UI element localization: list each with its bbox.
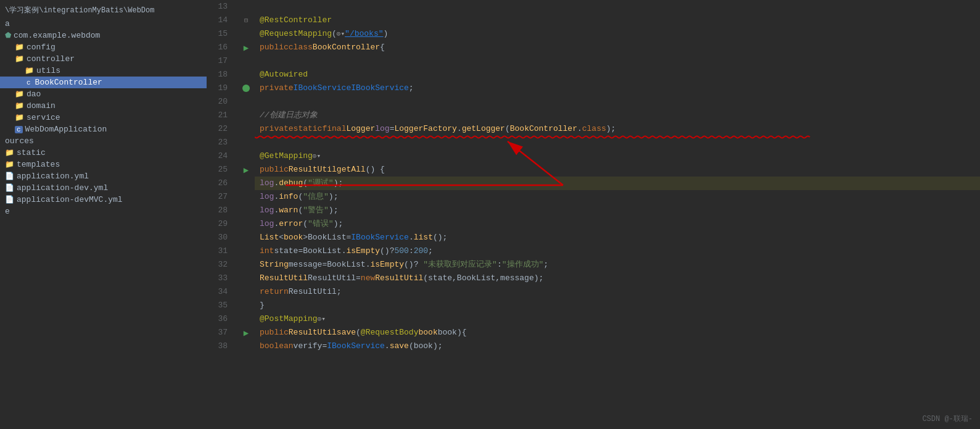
sidebar-item-templates[interactable]: 📁templates: [0, 159, 207, 170]
line-number-16: 16: [207, 41, 233, 54]
code-content[interactable]: @RestController@RequestMapping(⊙▾"/books…: [255, 0, 980, 429]
sidebar-item-BookController[interactable]: cBookController: [0, 77, 207, 88]
sidebar-label: application.yml: [17, 172, 89, 181]
class-icon: c: [25, 79, 33, 86]
gutter-line-24: [237, 149, 255, 163]
watermark: CSDN @-联瑞-: [922, 414, 973, 424]
sidebar-label: config: [27, 43, 56, 52]
line-number-20: 20: [207, 95, 233, 109]
sidebar-item-com[interactable]: ⬟com.example.webdom: [0, 30, 207, 41]
gutter-line-38: [237, 339, 255, 353]
sidebar-item-static[interactable]: 📁static: [0, 147, 207, 159]
line-number-29: 29: [207, 217, 233, 231]
line-number-33: 33: [207, 272, 233, 285]
sidebar-item-e[interactable]: e: [0, 206, 207, 217]
gutter-line-25: ▶: [237, 163, 255, 177]
run-icon[interactable]: ▶: [244, 328, 249, 338]
folder-icon: 📁: [15, 90, 24, 99]
sidebar-label: ources: [5, 136, 34, 146]
line-number-34: 34: [207, 285, 233, 299]
code-line-17: [255, 54, 980, 68]
gutter-line-30: [237, 231, 255, 244]
code-line-24: @GetMapping ⊙▾: [255, 149, 980, 163]
line-number-28: 28: [207, 204, 233, 217]
sidebar-label: templates: [17, 160, 60, 169]
line-number-27: 27: [207, 190, 233, 204]
gutter-line-20: [237, 95, 255, 109]
sidebar-item-utils[interactable]: 📁utils: [0, 65, 207, 77]
gutter-line-34: [237, 285, 255, 299]
sidebar-label: controller: [27, 54, 75, 64]
gutter-line-37: ▶: [237, 326, 255, 339]
sidebar-label: static: [17, 148, 46, 157]
sidebar-item-WebDomApplication[interactable]: cWebDomApplication: [0, 123, 207, 135]
sidebar-item-a[interactable]: a: [0, 18, 207, 30]
collapse-icon[interactable]: ⊟: [244, 17, 248, 24]
line-number-22: 22: [207, 122, 233, 136]
gutter-line-32: [237, 258, 255, 272]
line-number-31: 31: [207, 244, 233, 258]
gutter-line-14: ⊟: [237, 14, 255, 27]
sidebar-item-domain[interactable]: 📁domain: [0, 100, 207, 112]
code-line-23: [255, 136, 980, 149]
code-line-13: [255, 0, 980, 14]
sidebar: \学习案例\integrationMyBatis\WebDom a⬟com.ex…: [0, 0, 207, 429]
line-number-36: 36: [207, 312, 233, 326]
code-line-34: return ResultUtil;: [255, 285, 980, 299]
sidebar-item-config[interactable]: 📁config: [0, 41, 207, 53]
code-line-15: @RequestMapping(⊙▾"/books"): [255, 27, 980, 41]
sidebar-item-dao[interactable]: 📁dao: [0, 88, 207, 100]
code-line-26: log.debug("调试");: [255, 177, 980, 190]
folder-icon: 📁: [15, 54, 24, 64]
sidebar-items-container: a⬟com.example.webdom📁config📁controller📁u…: [0, 18, 207, 217]
line-number-25: 25: [207, 163, 233, 177]
code-line-32: String message = BookList.isEmpty()? "未获…: [255, 258, 980, 272]
gutter-line-36: [237, 312, 255, 326]
sidebar-label: utils: [36, 66, 60, 75]
line-numbers: 1314151617181920212223242526272829303132…: [207, 0, 237, 429]
run-icon[interactable]: ▶: [244, 165, 249, 175]
gutter-line-17: [237, 54, 255, 68]
line-number-19: 19: [207, 81, 233, 95]
code-line-29: log.error("错误");: [255, 217, 980, 231]
folder-icon: 📁: [5, 160, 14, 169]
gutter-line-29: [237, 217, 255, 231]
line-number-23: 23: [207, 136, 233, 149]
run-icon[interactable]: ▶: [244, 43, 249, 53]
sidebar-item-application.yml[interactable]: 📄application.yml: [0, 170, 207, 182]
sidebar-item-application-dev.yml[interactable]: 📄application-dev.yml: [0, 182, 207, 194]
gutter-line-13: [237, 0, 255, 14]
yml-icon: 📄: [5, 195, 14, 204]
code-editor: 1314151617181920212223242526272829303132…: [207, 0, 980, 429]
code-line-30: List<book> BookList = IBookService.list(…: [255, 231, 980, 244]
sidebar-item-application-devMVC.yml[interactable]: 📄application-devMVC.yml: [0, 194, 207, 206]
sidebar-item-service[interactable]: 📁service: [0, 112, 207, 123]
folder-icon: 📁: [25, 66, 34, 75]
gutter-line-27: [237, 190, 255, 204]
yml-icon: 📄: [5, 172, 14, 181]
line-number-35: 35: [207, 299, 233, 312]
line-number-32: 32: [207, 258, 233, 272]
folder-icon: 📁: [15, 101, 24, 110]
sidebar-item-controller[interactable]: 📁controller: [0, 53, 207, 65]
gutter-line-22: [237, 122, 255, 136]
sidebar-label: application-dev.yml: [17, 183, 108, 193]
gutter-line-28: [237, 204, 255, 217]
code-line-27: log.info("信息");: [255, 190, 980, 204]
sidebar-item-ources[interactable]: ources: [0, 135, 207, 147]
line-number-26: 26: [207, 177, 233, 190]
code-line-19: private IBookService IBookService;: [255, 81, 980, 95]
code-lines: @RestController@RequestMapping(⊙▾"/books…: [255, 0, 980, 353]
code-line-14: @RestController: [255, 14, 980, 27]
yml-icon: 📄: [5, 183, 14, 193]
breakpoint-icon[interactable]: [242, 85, 250, 92]
sidebar-label: application-devMVC.yml: [17, 195, 123, 204]
line-number-17: 17: [207, 54, 233, 68]
folder-icon: 📁: [15, 43, 24, 52]
gutter-line-35: [237, 299, 255, 312]
sidebar-label: domain: [27, 101, 56, 110]
sidebar-header: \学习案例\integrationMyBatis\WebDom: [0, 2, 207, 18]
line-number-14: 14: [207, 14, 233, 27]
code-line-22: private static final Logger log = Logger…: [255, 122, 980, 136]
main-area: 1314151617181920212223242526272829303132…: [207, 0, 980, 429]
